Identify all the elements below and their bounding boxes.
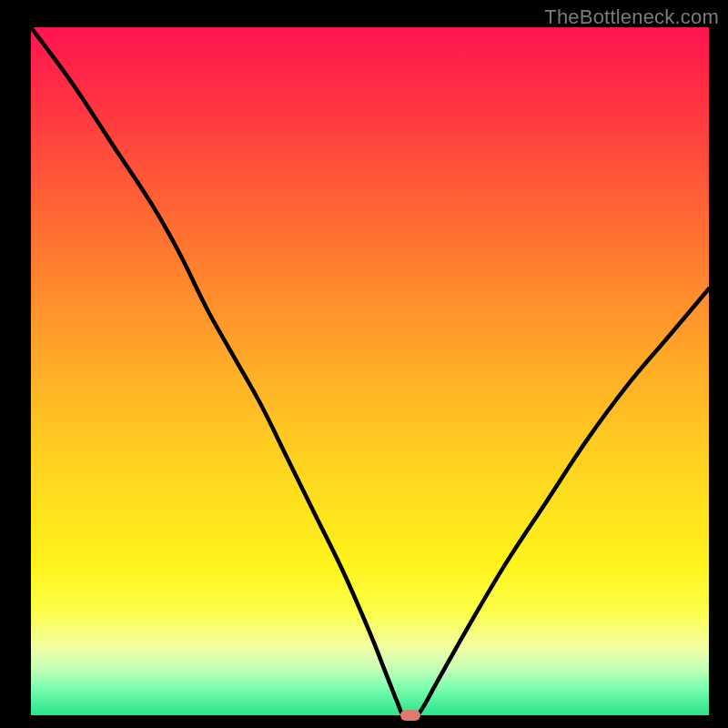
watermark-text: TheBottleneck.com (544, 5, 719, 29)
min-marker (400, 710, 420, 721)
chart-stage: TheBottleneck.com (0, 0, 728, 728)
plot-area (31, 27, 709, 715)
bottleneck-curve (31, 27, 709, 715)
